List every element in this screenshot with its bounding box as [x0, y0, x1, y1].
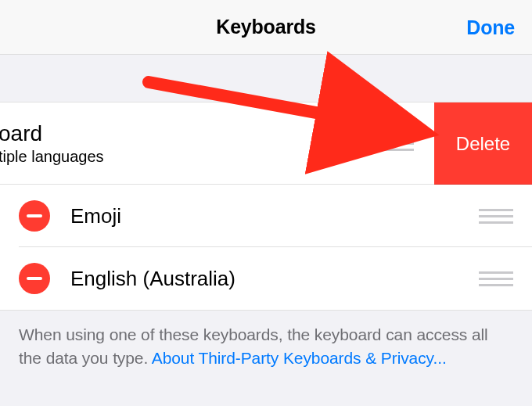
reorder-handle-icon[interactable]: [479, 271, 513, 286]
page-title: Keyboards: [216, 16, 315, 38]
row-label: Emoji: [70, 204, 479, 228]
privacy-link[interactable]: About Third-Party Keyboards & Privacy...: [152, 349, 447, 367]
section-gap: [0, 55, 532, 102]
remove-icon[interactable]: [19, 263, 50, 294]
done-button[interactable]: Done: [466, 16, 515, 38]
table-row[interactable]: Emoji: [0, 185, 532, 247]
row-label: English (Australia): [70, 267, 479, 291]
keyboard-list: oard tiple languages Delete Emoji Englis…: [0, 102, 532, 311]
table-row[interactable]: English (Australia): [0, 247, 532, 310]
delete-button[interactable]: Delete: [434, 102, 532, 185]
remove-icon[interactable]: [19, 200, 50, 232]
footer-note: When using one of these keyboards, the k…: [0, 311, 532, 383]
row-title: oard: [0, 121, 383, 146]
row-content: oard tiple languages: [0, 121, 383, 166]
reorder-handle-icon[interactable]: [479, 209, 513, 224]
table-row-swiped[interactable]: oard tiple languages Delete: [0, 102, 532, 185]
reorder-handle-icon[interactable]: [383, 136, 414, 151]
row-subtitle: tiple languages: [0, 148, 383, 166]
nav-bar: Keyboards Done: [0, 0, 532, 55]
